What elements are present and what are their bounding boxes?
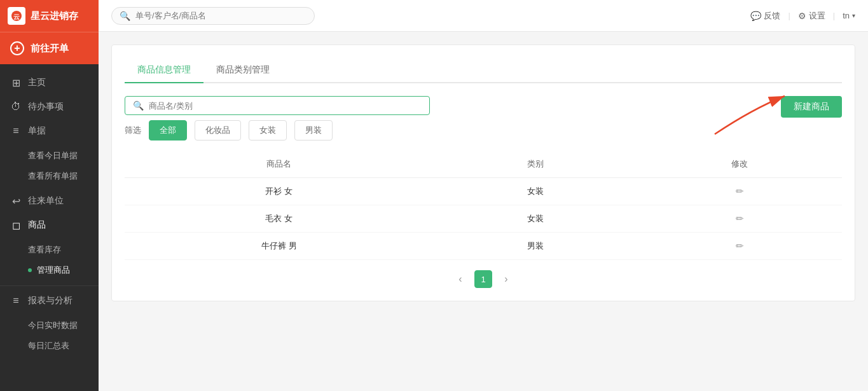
sidebar-sub-goods: 查看库存 管理商品 [0,237,99,283]
tab-product-info-label: 商品信息管理 [137,64,191,74]
cell-category-1: 女装 [433,205,637,233]
sidebar: 云 星云进销存 + 前往开单 ⊞ 主页 ⏱ 待办事项 ≡ 单据 查看今日单据 查… [0,0,99,391]
sidebar-item-todo[interactable]: ⏱ 待办事项 [0,95,99,119]
sidebar-label-realtime: 今日实时数据 [28,320,78,331]
svg-text:云: 云 [13,13,20,20]
sidebar-item-today-orders[interactable]: 查看今日单据 [28,146,99,166]
cell-edit-1: ✏ [638,205,842,233]
col-header-category: 类别 [433,151,637,178]
filter-women-button[interactable]: 女装 [249,120,287,141]
sidebar-label-daily: 每日汇总表 [28,340,69,352]
edit-icon-2[interactable]: ✏ [736,240,744,251]
sidebar-item-orders[interactable]: ≡ 单据 [0,119,99,143]
filter-search-icon: 🔍 [133,100,144,111]
sidebar-label-reports: 报表与分析 [28,295,72,306]
cell-edit-2: ✏ [638,233,842,260]
topbar-divider2: | [833,11,835,20]
topbar-divider1: | [788,11,790,20]
filter-all-button[interactable]: 全部 [149,120,187,141]
tab-bar: 商品信息管理 商品类别管理 [125,58,842,83]
table-row: 牛仔裤 男 男装 ✏ [125,233,842,260]
new-order-label: 前往开单 [31,43,69,55]
main-area: 🔍 💬 反馈 | ⚙ 设置 | tn ▾ [99,0,868,391]
tab-product-info[interactable]: 商品信息管理 [125,58,203,83]
cell-category-2: 男装 [433,233,637,260]
feedback-label: 反馈 [764,10,780,22]
edit-icon-0[interactable]: ✏ [736,186,744,196]
clock-icon: ⏱ [10,101,22,113]
new-order-button[interactable]: + 前往开单 [0,32,99,64]
filter-men-button[interactable]: 男装 [294,120,333,141]
filter-options-bar: 筛选 全部 化妆品 女装 男装 [125,120,842,141]
main-card: 商品信息管理 商品类别管理 🔍 筛选 全部 化妆品 女装 男装 [111,45,855,301]
chevron-down-icon: ▾ [852,12,855,19]
app-logo: 云 星云进销存 [0,0,99,32]
cell-category-0: 女装 [433,178,637,205]
cell-edit-0: ✏ [638,178,842,205]
search-box: 🔍 [111,7,315,25]
filter-label: 筛选 [125,125,141,136]
col-header-edit: 修改 [638,151,842,178]
feedback-link[interactable]: 💬 反馈 [750,10,780,22]
filter-search-box: 🔍 [125,96,430,115]
topbar-right: 💬 反馈 | ⚙ 设置 | tn ▾ [750,10,855,22]
sidebar-label-all-orders: 查看所有单据 [28,170,78,182]
search-icon: 🔍 [120,11,130,21]
new-product-button[interactable]: 新建商品 [781,96,842,118]
sidebar-item-reports[interactable]: ≡ 报表与分析 [0,289,99,313]
sidebar-label-goods: 商品 [28,219,46,231]
page-1-button[interactable]: 1 [474,270,492,288]
home-icon: ⊞ [10,77,22,88]
settings-label: 设置 [809,10,825,22]
topbar: 🔍 💬 反馈 | ⚙ 设置 | tn ▾ [99,0,868,32]
feedback-icon: 💬 [750,11,761,21]
sidebar-label-view-stock: 查看库存 [28,244,61,256]
sidebar-label-todo: 待办事项 [28,101,64,113]
filter-bar: 🔍 [125,96,842,115]
settings-link[interactable]: ⚙ 设置 [798,10,825,22]
sidebar-label-today-orders: 查看今日单据 [28,150,78,161]
cell-name-2: 牛仔裤 男 [125,233,433,260]
pagination: ‹ 1 › [125,270,842,288]
sidebar-item-partner[interactable]: ↩ 往来单位 [0,189,99,213]
active-dot [28,268,32,272]
filter-search-input[interactable] [149,101,422,111]
settings-icon: ⚙ [798,11,806,21]
sidebar-sub-orders: 查看今日单据 查看所有单据 [0,143,99,189]
logo-icon: 云 [8,7,25,25]
plus-icon: + [10,41,24,55]
page-next-button[interactable]: › [497,270,515,288]
search-input[interactable] [135,11,263,20]
sidebar-item-view-stock[interactable]: 查看库存 [28,240,99,260]
sidebar-item-realtime[interactable]: 今日实时数据 [28,315,99,336]
table-row: 毛衣 女 女装 ✏ [125,205,842,233]
sidebar-item-all-orders[interactable]: 查看所有单据 [28,166,99,186]
content-area: 商品信息管理 商品类别管理 🔍 筛选 全部 化妆品 女装 男装 [99,32,868,391]
cell-name-0: 开衫 女 [125,178,433,205]
app-title: 星云进销存 [31,10,78,22]
sidebar-sub-reports: 今日实时数据 每日汇总表 [0,313,99,359]
sidebar-item-goods[interactable]: ◻ 商品 [0,213,99,237]
orders-icon: ≡ [10,125,22,137]
filter-cosmetics-button[interactable]: 化妆品 [195,120,241,141]
sidebar-item-home[interactable]: ⊞ 主页 [0,71,99,95]
reports-icon: ≡ [10,295,22,306]
sidebar-nav: ⊞ 主页 ⏱ 待办事项 ≡ 单据 查看今日单据 查看所有单据 ↩ 往来单位 ◻ … [0,64,99,365]
col-header-name: 商品名 [125,151,433,178]
user-menu[interactable]: tn ▾ [843,11,855,20]
user-label: tn [843,11,850,20]
sidebar-item-daily[interactable]: 每日汇总表 [28,336,99,356]
sidebar-label-orders: 单据 [28,125,46,137]
sidebar-label-partner: 往来单位 [28,195,64,207]
cell-name-1: 毛衣 女 [125,205,433,233]
topbar-search: 🔍 [111,7,315,25]
sidebar-label-manage-goods: 管理商品 [37,264,70,276]
page-prev-button[interactable]: ‹ [451,270,469,288]
tab-product-category[interactable]: 商品类别管理 [203,58,282,83]
sidebar-divider [0,285,99,286]
sidebar-item-manage-goods[interactable]: 管理商品 [28,260,99,280]
edit-icon-1[interactable]: ✏ [736,213,744,224]
tab-product-category-label: 商品类别管理 [216,64,270,74]
goods-icon: ◻ [10,219,22,231]
table-row: 开衫 女 女装 ✏ [125,178,842,205]
